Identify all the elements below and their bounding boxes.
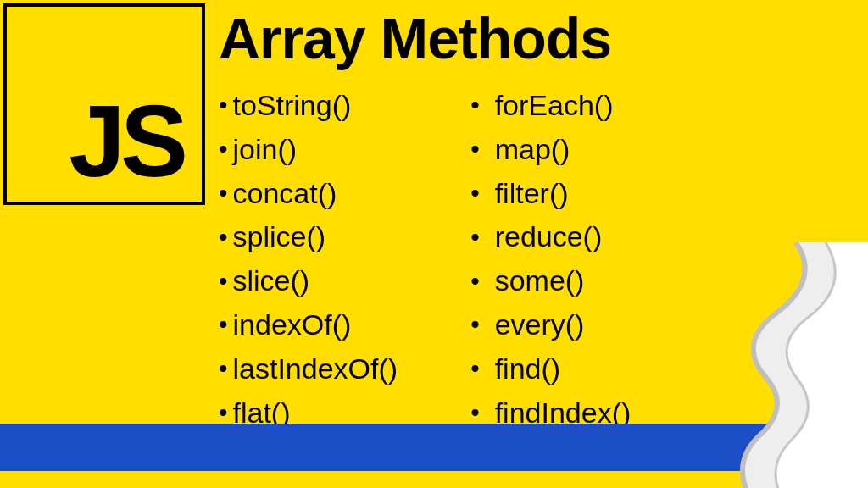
- bullet-icon: •: [470, 180, 480, 206]
- list-item: •forEach(): [470, 88, 631, 123]
- methods-columns: •toString() •join() •concat() •splice() …: [219, 88, 631, 430]
- bullet-icon: •: [470, 136, 480, 162]
- method-label: forEach(): [495, 88, 614, 123]
- method-label: concat(): [233, 176, 337, 211]
- list-item: •slice(): [219, 263, 398, 298]
- bullet-icon: •: [219, 180, 228, 206]
- decorative-footer-strip: [0, 424, 868, 471]
- bullet-icon: •: [219, 356, 228, 381]
- method-label: map(): [495, 132, 570, 167]
- methods-column-right: •forEach() •map() •filter() •reduce() •s…: [470, 88, 631, 430]
- list-item: •every(): [470, 308, 631, 342]
- list-item: •toString(): [219, 88, 398, 123]
- bullet-icon: •: [219, 136, 228, 162]
- list-item: •find(): [470, 352, 631, 386]
- bullet-icon: •: [470, 92, 480, 118]
- bullet-icon: •: [470, 400, 480, 425]
- method-label: reduce(): [495, 219, 603, 254]
- method-label: splice(): [233, 219, 326, 254]
- list-item: •lastIndexOf(): [219, 352, 398, 386]
- bullet-icon: •: [219, 269, 228, 294]
- js-logo-badge: JS: [3, 3, 205, 205]
- method-label: find(): [495, 352, 560, 386]
- method-label: every(): [495, 308, 585, 342]
- method-label: some(): [495, 263, 585, 298]
- bullet-icon: •: [470, 312, 480, 337]
- bullet-icon: •: [470, 225, 480, 250]
- method-label: join(): [233, 132, 298, 167]
- method-label: filter(): [495, 176, 569, 211]
- method-label: toString(): [233, 88, 352, 123]
- list-item: •splice(): [219, 219, 398, 254]
- bullet-icon: •: [219, 225, 228, 250]
- method-label: slice(): [233, 263, 310, 298]
- bullet-icon: •: [470, 269, 480, 294]
- list-item: •map(): [470, 132, 631, 167]
- list-item: •reduce(): [470, 219, 631, 254]
- bullet-icon: •: [219, 400, 228, 425]
- list-item: •some(): [470, 263, 631, 298]
- method-label: indexOf(): [233, 308, 352, 342]
- bullet-icon: •: [219, 92, 228, 118]
- methods-column-left: •toString() •join() •concat() •splice() …: [219, 88, 398, 430]
- list-item: •concat(): [219, 176, 398, 211]
- js-logo-text: JS: [69, 90, 183, 191]
- bullet-icon: •: [470, 356, 480, 381]
- page-title: Array Methods: [219, 5, 611, 71]
- list-item: •filter(): [470, 176, 631, 211]
- list-item: •join(): [219, 132, 398, 167]
- list-item: •indexOf(): [219, 308, 398, 342]
- method-label: lastIndexOf(): [233, 352, 398, 386]
- bullet-icon: •: [219, 312, 228, 337]
